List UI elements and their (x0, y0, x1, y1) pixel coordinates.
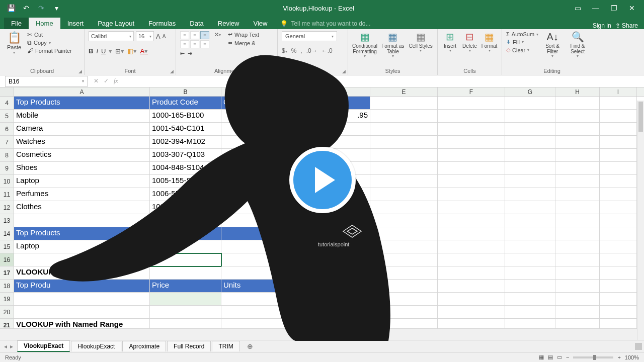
cell[interactable] (555, 280, 600, 293)
cell[interactable] (438, 149, 505, 162)
zoom-level[interactable]: 100% (625, 354, 639, 360)
cell[interactable] (370, 214, 438, 227)
cell[interactable] (370, 136, 438, 149)
col-header-a[interactable]: A (14, 87, 150, 96)
cell[interactable] (600, 110, 637, 123)
row-header[interactable]: 8 (0, 149, 14, 162)
zoom-in-button[interactable]: + (617, 354, 620, 360)
view-page-break-button[interactable]: ▭ (557, 354, 562, 360)
cell[interactable] (505, 123, 555, 136)
cell[interactable] (438, 280, 505, 293)
increase-indent-button[interactable]: ⇥ (188, 50, 192, 57)
cell[interactable] (505, 97, 555, 110)
tab-home[interactable]: Home (29, 18, 60, 29)
cell[interactable] (438, 227, 505, 240)
row-header[interactable]: 6 (0, 123, 14, 136)
cell[interactable] (555, 227, 600, 240)
align-middle-button[interactable]: ≡ (190, 31, 199, 39)
cell[interactable] (150, 293, 221, 306)
format-painter-button[interactable]: 🖌Format Painter (27, 47, 72, 54)
cell[interactable] (505, 280, 555, 293)
cell[interactable] (289, 214, 370, 227)
align-bottom-button[interactable]: ≡ (200, 31, 209, 39)
insert-function-button[interactable]: fx (114, 77, 118, 85)
autosum-button[interactable]: ΣAutoSum ▾ (506, 31, 538, 37)
scrollbar-thumb[interactable] (638, 102, 643, 132)
col-header-c[interactable]: C (221, 87, 289, 96)
col-header-d[interactable]: D (289, 87, 370, 96)
enter-formula-button[interactable]: ✓ (104, 77, 109, 85)
italic-button[interactable]: I (96, 47, 98, 55)
cell[interactable]: Shoes (14, 162, 150, 175)
cell[interactable]: Mobile (14, 110, 150, 123)
cell[interactable] (289, 97, 370, 110)
cell[interactable] (221, 136, 289, 149)
cell[interactable] (505, 240, 555, 253)
cell[interactable]: Laptop (14, 175, 150, 188)
decrease-decimal-button[interactable]: ←.0 (321, 47, 333, 54)
name-box[interactable]: B16▾ (5, 76, 88, 87)
cell[interactable] (370, 175, 438, 188)
cell[interactable] (505, 149, 555, 162)
cell[interactable] (600, 136, 637, 149)
cell[interactable] (150, 306, 221, 319)
cell[interactable] (14, 214, 150, 227)
col-header-b[interactable]: B (150, 87, 221, 96)
cell[interactable] (505, 266, 555, 280)
vertical-scrollbar[interactable] (637, 101, 644, 340)
copy-button[interactable]: ⧉Copy ▾ (27, 39, 72, 46)
undo-button[interactable]: ↶ (19, 1, 33, 15)
cell[interactable] (438, 201, 505, 214)
cell[interactable]: Watches (14, 136, 150, 149)
cell[interactable] (150, 240, 221, 253)
cell[interactable] (370, 280, 438, 293)
cell[interactable] (600, 306, 637, 319)
zoom-out-button[interactable]: − (566, 354, 569, 360)
cell[interactable] (600, 175, 637, 188)
tab-insert[interactable]: Insert (60, 18, 91, 29)
underline-button[interactable]: U (101, 47, 106, 55)
cell[interactable] (600, 123, 637, 136)
cell[interactable] (370, 266, 438, 280)
cell[interactable] (370, 149, 438, 162)
cell[interactable] (14, 293, 150, 306)
cut-button[interactable]: ✂Cut (27, 31, 72, 38)
row-header[interactable]: 10 (0, 175, 14, 188)
cell[interactable] (600, 240, 637, 253)
merge-center-button[interactable]: ⬌Merge & (228, 40, 259, 46)
add-sheet-button[interactable]: ⊕ (241, 341, 259, 352)
cell[interactable]: 1007-634-O107 (150, 201, 221, 214)
align-top-button[interactable]: ≡ (180, 31, 189, 39)
cell[interactable] (438, 306, 505, 319)
cell[interactable] (555, 214, 600, 227)
row-header[interactable]: 5 (0, 110, 14, 123)
cell[interactable] (14, 253, 150, 266)
cell[interactable] (438, 162, 505, 175)
cell[interactable]: Top Products (14, 227, 150, 240)
cell[interactable] (555, 253, 600, 266)
cell[interactable] (555, 306, 600, 319)
decrease-indent-button[interactable]: ⇤ (180, 50, 185, 57)
cell[interactable] (221, 149, 289, 162)
cell[interactable] (600, 280, 637, 293)
cell[interactable]: VLOOKUP an (14, 266, 150, 280)
sheet-nav-first[interactable]: ◂ (4, 343, 7, 350)
cell[interactable] (221, 293, 289, 306)
maximize-button[interactable]: ❐ (606, 1, 622, 15)
cell[interactable] (555, 123, 600, 136)
cell[interactable] (555, 240, 600, 253)
font-color-button[interactable]: A▾ (140, 47, 148, 55)
tab-page-layout[interactable]: Page Layout (91, 18, 141, 29)
cell[interactable] (600, 293, 637, 306)
insert-cells-button[interactable]: ⊞Insert▾ (442, 31, 458, 53)
row-header[interactable]: 21 (0, 319, 14, 329)
cell[interactable] (438, 240, 505, 253)
percent-format-button[interactable]: % (291, 47, 297, 54)
cell[interactable]: C (221, 97, 289, 110)
conditional-formatting-button[interactable]: ▦Conditional Formatting▾ (352, 31, 377, 59)
cell[interactable] (555, 175, 600, 188)
cell[interactable] (555, 149, 600, 162)
font-name-select[interactable]: Calibri▾ (89, 31, 134, 41)
tab-data[interactable]: Data (183, 18, 210, 29)
cell[interactable] (505, 227, 555, 240)
